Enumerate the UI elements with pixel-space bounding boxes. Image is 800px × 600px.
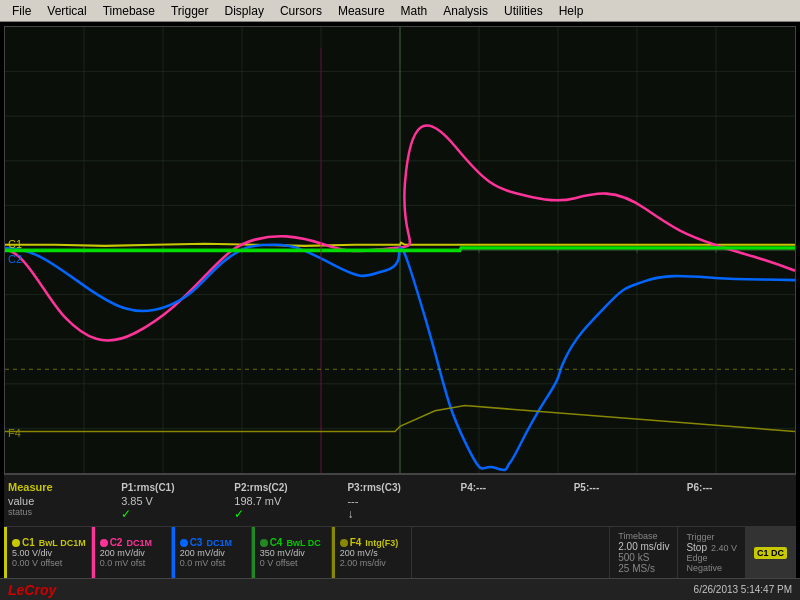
measure-value-label: value: [8, 495, 113, 507]
f4-id: F4: [350, 537, 362, 548]
ch3-badge: DC1M: [206, 538, 232, 548]
ch3-box[interactable]: C3 DC1M 200 mV/div 0.0 mV ofst: [172, 527, 252, 578]
measure-p5-label: P5:---: [574, 482, 600, 493]
ch4-id: C4: [270, 537, 283, 548]
ch2-id: C2: [110, 537, 123, 548]
measure-title: Measure: [8, 481, 53, 493]
ch4-offset: 0 V offset: [260, 558, 326, 568]
menu-utilities[interactable]: Utilities: [496, 2, 551, 20]
timebase-trigger-box: Timebase 2.00 ms/div 500 kS 25 MS/s Trig…: [609, 527, 796, 578]
measure-p4-label: P4:---: [461, 482, 487, 493]
menu-display[interactable]: Display: [217, 2, 272, 20]
svg-text:C2: C2: [8, 253, 22, 265]
timestamp: 6/26/2013 5:14:47 PM: [694, 584, 792, 595]
measure-col-6: P6:---: [683, 477, 796, 495]
measure-p1-label: P1:rms(C1): [121, 482, 174, 493]
menu-math[interactable]: Math: [393, 2, 436, 20]
ch1-offset: 0.00 V offset: [12, 558, 86, 568]
measure-p6-label: P6:---: [687, 482, 713, 493]
menu-trigger[interactable]: Trigger: [163, 2, 217, 20]
ch4-box[interactable]: C4 BwL DC 350 mV/div 0 V offset: [252, 527, 332, 578]
f4-badge: Intg(F3): [365, 538, 398, 548]
timebase-col[interactable]: Timebase 2.00 ms/div 500 kS 25 MS/s: [610, 527, 678, 578]
ch3-offset: 0.0 mV ofst: [180, 558, 246, 568]
menu-cursors[interactable]: Cursors: [272, 2, 330, 20]
measure-bar: Measure value status P1:rms(C1) 3.85 V ✓…: [4, 474, 796, 526]
measure-p3-value: ---: [347, 495, 452, 507]
measure-p2-label: P2:rms(C2): [234, 482, 287, 493]
menu-timebase[interactable]: Timebase: [95, 2, 163, 20]
svg-text:C1: C1: [8, 238, 22, 250]
ch2-box[interactable]: C2 DC1M 200 mV/div 0.0 mV ofst: [92, 527, 172, 578]
measure-col-2: P2:rms(C2) 198.7 mV ✓: [230, 477, 343, 521]
ch4-label: C4 BwL DC: [260, 537, 326, 548]
measure-p2-status: ✓: [234, 507, 339, 521]
timebase-label: Timebase: [618, 531, 669, 541]
ch2-scale: 200 mV/div: [100, 548, 166, 558]
ch3-scale: 200 mV/div: [180, 548, 246, 558]
lecroy-logo: LeCroy: [8, 582, 56, 598]
trigger-ch-col[interactable]: C1 DC: [746, 527, 796, 578]
f4-scale: 200 mV/s: [340, 548, 406, 558]
menu-analysis[interactable]: Analysis: [435, 2, 496, 20]
measure-col-0: Measure value status: [4, 477, 117, 517]
timebase-value2: 500 kS: [618, 552, 669, 563]
measure-col-4: P4:---: [457, 477, 570, 495]
trigger-ch-indicator: C1 DC: [754, 547, 787, 559]
ch3-id: C3: [190, 537, 203, 548]
waveform-svg: C1 C2 F4: [5, 27, 795, 473]
measure-col-5: P5:---: [570, 477, 683, 495]
ch2-label: C2 DC1M: [100, 537, 166, 548]
trigger-edge: Edge: [686, 553, 737, 563]
timebase-value3: 25 MS/s: [618, 563, 669, 574]
ch1-box[interactable]: C1 BwL DC1M 5.00 V/div 0.00 V offset: [4, 527, 92, 578]
bottom-bar: LeCroy 6/26/2013 5:14:47 PM: [0, 578, 800, 600]
measure-p2-value: 198.7 mV: [234, 495, 339, 507]
waveform-display: C1 C2 F4: [4, 26, 796, 474]
trigger-status: Stop: [686, 542, 707, 553]
ch1-badge: BwL DC1M: [39, 538, 86, 548]
menubar: File Vertical Timebase Trigger Display C…: [0, 0, 800, 22]
measure-p3-status: ↓: [347, 507, 452, 521]
menu-help[interactable]: Help: [551, 2, 592, 20]
measure-p1-status: ✓: [121, 507, 226, 521]
ch1-label: C1 BwL DC1M: [12, 537, 86, 548]
ch1-id: C1: [22, 537, 35, 548]
menu-measure[interactable]: Measure: [330, 2, 393, 20]
menu-file[interactable]: File: [4, 2, 39, 20]
trigger-level: 2.40 V: [711, 543, 737, 553]
ch4-scale: 350 mV/div: [260, 548, 326, 558]
svg-text:F4: F4: [8, 427, 21, 439]
measure-p1-value: 3.85 V: [121, 495, 226, 507]
f4-box[interactable]: F4 Intg(F3) 200 mV/s 2.00 ms/div: [332, 527, 412, 578]
f4-label: F4 Intg(F3): [340, 537, 406, 548]
timebase-value1: 2.00 ms/div: [618, 541, 669, 552]
measure-p3-label: P3:rms(C3): [347, 482, 400, 493]
measure-col-1: P1:rms(C1) 3.85 V ✓: [117, 477, 230, 521]
menu-vertical[interactable]: Vertical: [39, 2, 94, 20]
trigger-col[interactable]: Trigger Stop 2.40 V Edge Negative: [678, 527, 746, 578]
measure-col-3: P3:rms(C3) --- ↓: [343, 477, 456, 521]
f4-subdiv: 2.00 ms/div: [340, 558, 406, 568]
channel-bar: C1 BwL DC1M 5.00 V/div 0.00 V offset C2 …: [4, 526, 796, 578]
ch1-scale: 5.00 V/div: [12, 548, 86, 558]
scope-container: C1 C2 F4 Measure value status P1:rms(C1)…: [0, 22, 800, 600]
trigger-label: Trigger: [686, 532, 737, 542]
measure-status-label: status: [8, 507, 113, 517]
trigger-polarity: Negative: [686, 563, 737, 573]
ch3-label: C3 DC1M: [180, 537, 246, 548]
ch2-badge: DC1M: [126, 538, 152, 548]
ch2-offset: 0.0 mV ofst: [100, 558, 166, 568]
ch4-badge: BwL DC: [286, 538, 320, 548]
